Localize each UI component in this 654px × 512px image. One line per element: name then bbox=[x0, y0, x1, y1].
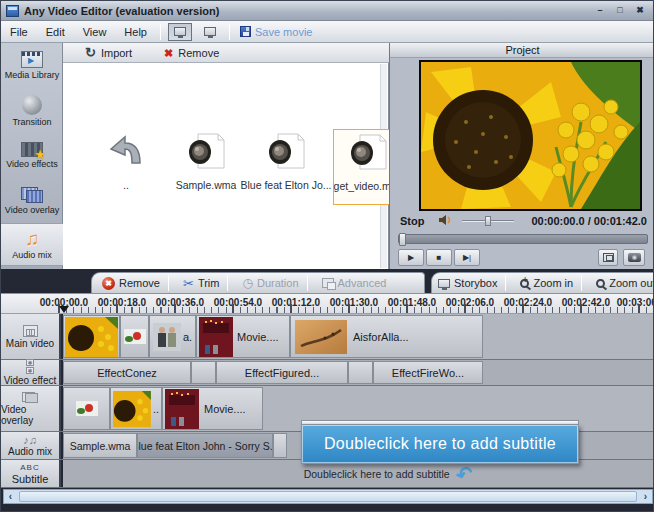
menu-file[interactable]: File bbox=[1, 23, 37, 41]
audio-clip-blue[interactable]: Blue feat Elton John - Sorry S... bbox=[137, 433, 273, 458]
app-window: Any Video Editor (evaluation version) – … bbox=[0, 0, 654, 512]
track-label-main-video[interactable]: Main video bbox=[1, 314, 61, 359]
overlay-clip-movie[interactable]: Movie.... bbox=[162, 387, 263, 430]
volume-handle[interactable] bbox=[485, 216, 491, 226]
audio-clip-sample[interactable]: Sample.wma bbox=[63, 433, 137, 458]
scroll-right-button[interactable]: › bbox=[639, 490, 652, 503]
seek-bar[interactable] bbox=[398, 234, 648, 244]
media-library-icon bbox=[21, 51, 43, 68]
window-title: Any Video Editor (evaluation version) bbox=[24, 5, 219, 17]
timeline-ruler[interactable]: 00:00:00.0 00:00:18.0 00:00:36.0 00:00:5… bbox=[1, 293, 654, 314]
overlay-clip-flower[interactable] bbox=[63, 387, 110, 430]
zoom-in-icon: + bbox=[520, 279, 529, 288]
effect-gap[interactable] bbox=[348, 361, 373, 384]
menu-help[interactable]: Help bbox=[115, 23, 156, 41]
track-subtitle: ABC Subtitle Doubleclick here to add sub… bbox=[1, 460, 654, 488]
sidebar-item-transition[interactable]: Transition bbox=[1, 88, 63, 133]
track-body-subtitle[interactable]: Doubleclick here to add subtitle ↶ bbox=[63, 460, 653, 487]
menu-view[interactable]: View bbox=[74, 23, 116, 41]
volume-slider[interactable] bbox=[462, 215, 514, 227]
track-label-audio-mix[interactable]: ♪♫ Audio mix bbox=[1, 432, 61, 459]
seek-handle[interactable] bbox=[399, 233, 406, 246]
storybox-button[interactable]: Storybox bbox=[438, 277, 501, 289]
sidebar: Media Library Transition Video effects V… bbox=[1, 43, 63, 269]
snapshot-button[interactable] bbox=[623, 249, 645, 266]
preview-tools bbox=[598, 249, 647, 266]
timeline-remove-button[interactable]: ✖ Remove bbox=[92, 277, 164, 290]
track-label-video-effect[interactable]: ✱✱ Video effect bbox=[1, 360, 61, 385]
clip-ais[interactable]: AisforAlla... bbox=[290, 315, 483, 358]
clip-flower-small[interactable] bbox=[120, 315, 149, 358]
file-item-blue-feat[interactable]: Blue feat Elton Jo... bbox=[251, 129, 321, 205]
separator bbox=[160, 24, 161, 40]
play-button[interactable]: ▶ bbox=[398, 249, 424, 266]
subtitle-hint[interactable]: Doubleclick here to add subtitle ↶ bbox=[125, 460, 651, 487]
sidebar-item-media-library[interactable]: Media Library bbox=[1, 43, 63, 88]
file-item-up[interactable]: .. bbox=[91, 129, 161, 205]
timeline-hscrollbar[interactable]: ‹ › bbox=[3, 489, 653, 504]
audio-file-icon bbox=[184, 129, 228, 173]
audio-mix-icon: ♫ bbox=[25, 230, 39, 248]
file-item-sample-wma[interactable]: Sample.wma bbox=[171, 129, 241, 205]
audio-file-icon bbox=[346, 130, 390, 174]
timeline-panel: ✖ Remove ✂ Trim ◷ Duration Advanced St bbox=[1, 269, 654, 512]
import-button[interactable]: ↻ Import bbox=[77, 45, 140, 61]
zoom-out-icon: − bbox=[596, 279, 605, 288]
track-main-video: Main video a. Movie.... bbox=[1, 314, 654, 360]
menu-edit[interactable]: Edit bbox=[37, 23, 74, 41]
fullscreen-button[interactable] bbox=[598, 249, 618, 266]
remove-x-icon: ✖ bbox=[164, 47, 173, 59]
timeline-toolbar-left: ✖ Remove ✂ Trim ◷ Duration Advanced bbox=[91, 272, 425, 293]
media-browser: .. Sample.wma Blue feat Elton Jo... get_… bbox=[63, 63, 389, 269]
sidebar-item-video-effects[interactable]: Video effects bbox=[1, 133, 63, 178]
clip-people[interactable]: a. bbox=[149, 315, 196, 358]
scroll-thumb[interactable] bbox=[19, 491, 637, 502]
step-button[interactable]: ▶| bbox=[454, 249, 480, 266]
maximize-button[interactable]: □ bbox=[610, 4, 630, 17]
title-bar: Any Video Editor (evaluation version) – … bbox=[1, 1, 654, 21]
sidebar-item-audio-mix[interactable]: ♫ Audio mix bbox=[1, 223, 63, 266]
duration-button[interactable]: ◷ Duration bbox=[232, 276, 302, 290]
zoom-in-button[interactable]: + Zoom in bbox=[510, 277, 577, 289]
video-effects-icon bbox=[21, 142, 43, 157]
track-body-main-video: a. Movie.... AisforAlla... bbox=[63, 314, 653, 359]
scroll-left-button[interactable]: ‹ bbox=[4, 490, 17, 503]
up-folder-icon bbox=[104, 129, 148, 173]
scissors-icon: ✂ bbox=[183, 276, 194, 291]
monitor-icon bbox=[204, 27, 216, 36]
minimize-button[interactable]: – bbox=[590, 4, 610, 17]
overlay-clip-sunflower[interactable]: .. bbox=[110, 387, 162, 430]
speaker-icon bbox=[438, 214, 452, 228]
track-label-subtitle[interactable]: ABC Subtitle bbox=[1, 460, 61, 487]
sidebar-item-video-overlay[interactable]: Video overlay bbox=[1, 178, 63, 223]
effect-clip[interactable]: EffectFigured... bbox=[216, 361, 348, 384]
camera-icon bbox=[628, 253, 641, 262]
notes-icon: ♪♫ bbox=[23, 435, 37, 445]
save-movie-button[interactable]: Save movie bbox=[234, 26, 318, 38]
close-button[interactable]: ✖ bbox=[630, 4, 650, 17]
playback-status-row: Stop 00:00:00.0 / 00:01:42.0 bbox=[390, 213, 654, 229]
remove-button[interactable]: ✖ Remove bbox=[156, 45, 227, 61]
video-preview bbox=[419, 60, 642, 211]
app-icon bbox=[6, 5, 19, 17]
effect-gap[interactable] bbox=[191, 361, 216, 384]
effect-clip[interactable]: EffectFireWo... bbox=[373, 361, 483, 384]
track-video-effect: ✱✱ Video effect EffectConez EffectFigure… bbox=[1, 360, 654, 386]
save-icon bbox=[240, 26, 251, 37]
view-storyboard-button[interactable] bbox=[198, 23, 222, 41]
effect-clip[interactable]: EffectConez bbox=[63, 361, 191, 384]
advanced-button[interactable]: Advanced bbox=[312, 277, 391, 289]
effect-icon: ✱✱ bbox=[26, 359, 34, 374]
stop-button[interactable]: ■ bbox=[426, 249, 452, 266]
add-subtitle-callout[interactable]: Doubleclick here to add subtitle bbox=[301, 424, 579, 464]
library-toolbar: ↻ Import ✖ Remove bbox=[63, 43, 389, 63]
clip-movie[interactable]: Movie.... bbox=[196, 315, 290, 358]
audio-clip-small[interactable] bbox=[273, 433, 287, 458]
view-timeline-button[interactable] bbox=[168, 23, 192, 41]
track-label-video-overlay[interactable]: Video overlay bbox=[1, 386, 61, 431]
playhead-marker[interactable] bbox=[59, 306, 69, 313]
transport-controls: ▶ ■ ▶| bbox=[398, 249, 482, 266]
trim-button[interactable]: ✂ Trim bbox=[173, 276, 224, 291]
zoom-out-button[interactable]: − Zoom out bbox=[586, 277, 654, 289]
clip-sunflower[interactable] bbox=[63, 315, 120, 358]
